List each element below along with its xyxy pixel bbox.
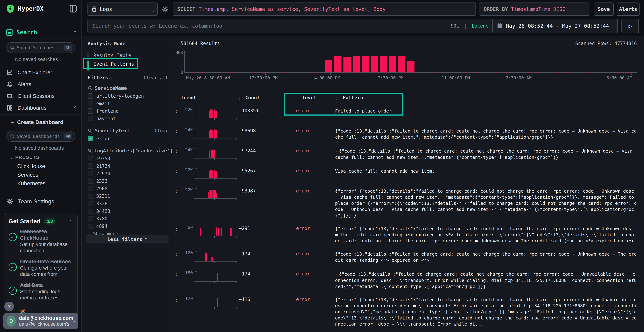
user-menu[interactable]: D dale@clickhouse.com dale@clickhouse.co… (3, 314, 78, 329)
sidebar-item-search[interactable]: Search ⌃ (0, 27, 82, 38)
col-trend[interactable]: Trend (180, 95, 237, 100)
x-axis-label: 4:00:00 PM (314, 76, 340, 80)
pattern-row[interactable]: ›22K ~103351errorFailed to place order (173, 103, 644, 123)
pattern-row[interactable]: ›120 ~116error{"error":{"code":13,"detai… (173, 292, 644, 329)
filter-option-21734[interactable]: 21734 (82, 162, 173, 170)
checkbox[interactable] (88, 164, 93, 169)
saved-dashboards-input[interactable]: Saved Dashboards ⌘K (6, 131, 75, 142)
filter-group-header: SeverityTextClear (82, 126, 173, 135)
sidebar-item-dashboards[interactable]: Dashboards ⌃ (0, 103, 82, 113)
source-select[interactable]: Logs ⌃⌃ (88, 2, 158, 16)
pattern-row[interactable]: ›24K ~97244error×{"code":13,"details":"f… (173, 143, 644, 163)
checkbox[interactable] (88, 101, 93, 106)
pattern-row[interactable]: ›120 ~174error{"code":13,"details":"fail… (173, 246, 644, 266)
mode-sql-toggle[interactable]: SQL (450, 23, 459, 28)
sidebar-item-client-sessions[interactable]: Client Sessions (0, 91, 82, 101)
row-expand-chevron-icon[interactable]: › (173, 247, 180, 258)
less-filters-button[interactable]: Less filters ⌃ (86, 235, 168, 244)
filter-option-artillery-loadgen[interactable]: artillery-loadgen (82, 92, 173, 100)
alerts-button[interactable]: Alerts (617, 2, 640, 16)
filter-option-29081[interactable]: 29081 (82, 185, 173, 192)
sidebar-item-team-settings[interactable]: Team Settings (0, 196, 82, 206)
saved-searches-input[interactable]: Saved Searches ⌘K (6, 42, 75, 53)
row-expand-chevron-icon[interactable]: › (173, 184, 180, 195)
dismiss-x-icon[interactable]: × (335, 149, 337, 154)
checkbox[interactable] (88, 156, 93, 161)
trend-bar (215, 110, 217, 118)
run-query-button[interactable]: ▷ (622, 18, 639, 33)
col-count[interactable]: ⋮Count (237, 95, 294, 100)
filter-option-email[interactable]: email (82, 100, 173, 107)
checkbox[interactable] (88, 224, 93, 229)
preset-item-services[interactable]: Services (0, 171, 82, 179)
chevron-up-icon[interactable]: ⌃ (70, 219, 73, 224)
filter-option-payment[interactable]: payment (82, 115, 173, 122)
sidebar-item-alerts[interactable]: Alerts (0, 80, 82, 89)
table-options-kebab-icon[interactable]: ⋮ (635, 96, 638, 99)
save-button[interactable]: Save (594, 2, 614, 16)
mode-results-table[interactable]: Results Table (94, 52, 131, 58)
order-by-input[interactable]: ORDER BY TimestampTime DESC (479, 2, 590, 16)
col-pattern[interactable]: ⋮Pattern (334, 95, 644, 100)
get-started-item[interactable]: ✓ Create Data Sources Configure where yo… (8, 258, 73, 277)
checkbox[interactable] (88, 194, 93, 199)
checkbox[interactable] (88, 208, 93, 214)
checkbox[interactable] (88, 216, 93, 222)
row-expand-chevron-icon[interactable]: › (173, 144, 180, 155)
get-started-item[interactable]: ✓ Connect to ClickHouse Set up your data… (8, 228, 73, 254)
filter-option-32311[interactable]: 32311 (82, 192, 173, 200)
clear-all-button[interactable]: Clear all (144, 75, 168, 80)
filter-option-37801[interactable]: 37801 (82, 215, 173, 222)
row-expand-chevron-icon[interactable]: › (173, 267, 180, 278)
pattern-row[interactable]: ›60 ~116error×{"code":13,"details":"fail… (173, 329, 644, 332)
checkbox-checked[interactable]: ✓ (88, 136, 93, 141)
source-gear-icon[interactable] (162, 6, 169, 13)
checkbox[interactable] (88, 171, 93, 176)
row-expand-chevron-icon[interactable]: › (173, 104, 180, 115)
checkbox[interactable] (88, 201, 93, 206)
row-expand-chevron-icon[interactable]: › (173, 164, 180, 175)
pattern-row[interactable]: ›180 ~174error×{"code":13,"details":"fai… (173, 266, 644, 292)
pattern-row[interactable]: ›22K ~93987error{"error":{"code":13,"det… (173, 183, 644, 220)
checkbox[interactable] (88, 94, 93, 99)
row-expand-chevron-icon[interactable]: › (173, 292, 180, 304)
select-query-input[interactable]: SELECT Timestamp, ServiceName as service… (173, 2, 476, 16)
checkbox[interactable] (88, 178, 93, 184)
filter-option-frontend[interactable]: frontend (82, 107, 173, 115)
create-dashboard-button[interactable]: + Create Dashboard (0, 118, 82, 127)
help-button[interactable]: ? (4, 302, 14, 311)
row-expand-chevron-icon[interactable]: › (173, 124, 180, 135)
filter-option-4894[interactable]: 4894 (82, 222, 173, 230)
preset-item-kubernetes[interactable]: Kubernetes (0, 180, 82, 188)
row-expand-chevron-icon[interactable]: › (173, 221, 180, 233)
checkbox[interactable] (88, 186, 93, 192)
filter-option-error[interactable]: ✓error (82, 135, 173, 142)
filter-group-clear[interactable]: Clear (155, 128, 168, 133)
lucene-search-input[interactable]: Search your events w/ Lucene ex. column:… (88, 18, 494, 33)
pattern-row[interactable]: ›22K ~95267errorVisa cache full: cannot … (173, 163, 644, 183)
chevron-up-icon[interactable]: ⌃ (74, 30, 76, 35)
filter-option-22974[interactable]: 22974 (82, 170, 173, 178)
row-expand-chevron-icon[interactable]: › (173, 330, 180, 332)
date-range-picker[interactable]: May 26 08:52:44 - May 27 08:52:44 (492, 18, 618, 33)
pattern-row[interactable]: ›60 ~291error{"error":{"code":13,"detail… (173, 220, 644, 246)
event-patterns-table: Trend ⋮Count ⋮level ⋮Pattern ›22K ~10335… (173, 95, 644, 332)
filter-option-19350[interactable]: 19350 (82, 155, 173, 162)
checkbox[interactable] (88, 108, 93, 114)
get-started-item[interactable]: ✓ Add Data Start sending logs, metrics, … (8, 282, 73, 301)
filter-group-name: LogAttributes['cache.size'] (94, 148, 173, 154)
checkbox[interactable] (88, 116, 93, 121)
dismiss-x-icon[interactable]: × (335, 272, 337, 276)
sidebar-collapse-icon[interactable] (70, 4, 77, 13)
pattern-row[interactable]: ›24K ~98698error{"code":13,"details":"fa… (173, 123, 644, 143)
filter-option-34423[interactable]: 34423 (82, 208, 173, 215)
preset-item-clickhouse[interactable]: ClickHouse (0, 162, 82, 170)
mode-event-patterns[interactable]: Event Patterns (94, 61, 134, 67)
col-level[interactable]: ⋮level (294, 95, 334, 100)
sidebar-item-chart-explorer[interactable]: Chart Explorer (0, 68, 82, 77)
presets-toggle[interactable]: ⌄ PRESETS (0, 154, 82, 161)
mode-lucene-toggle[interactable]: Lucene (472, 23, 488, 28)
filter-option-33261[interactable]: 33261 (82, 200, 173, 208)
filter-option-2333[interactable]: 2333 (82, 178, 173, 185)
chevron-up-icon[interactable]: ⌃ (74, 105, 76, 110)
